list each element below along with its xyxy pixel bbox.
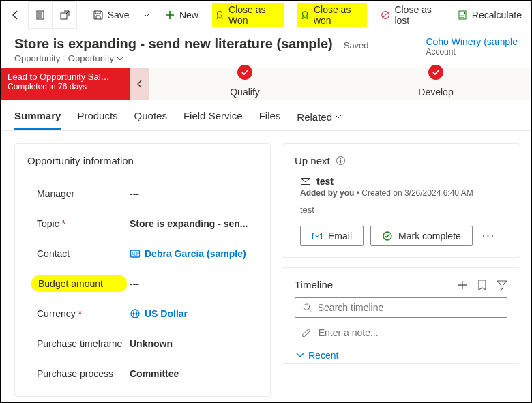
field-label: Manager bbox=[27, 188, 130, 199]
svg-point-11 bbox=[462, 16, 462, 17]
timeline-note-input[interactable] bbox=[295, 322, 507, 344]
ribbon-icon bbox=[215, 10, 224, 20]
field-topic[interactable]: Topic* Store is expanding - sen... bbox=[27, 209, 258, 239]
svg-point-14 bbox=[132, 252, 134, 254]
checkmark-circle-icon bbox=[382, 230, 393, 241]
bookmark-icon[interactable] bbox=[477, 280, 487, 290]
recent-label: Recent bbox=[308, 350, 338, 361]
business-process-flow: Lead to Opportunity Sal… Completed in 76… bbox=[1, 68, 531, 100]
timeline-title: Timeline bbox=[295, 279, 333, 290]
timeline-search[interactable] bbox=[295, 297, 507, 318]
stage-qualify[interactable]: Qualify bbox=[149, 68, 340, 100]
account-sub: Account bbox=[426, 47, 518, 57]
field-value[interactable]: US Dollar bbox=[130, 308, 188, 319]
bpf-back-button[interactable] bbox=[130, 68, 149, 100]
tab-files[interactable]: Files bbox=[259, 110, 281, 130]
note-field[interactable] bbox=[319, 327, 501, 338]
tab-related-label: Related bbox=[297, 111, 332, 123]
field-purchase-process[interactable]: Purchase process Committee bbox=[27, 359, 258, 389]
close-won-2-label: Close as won bbox=[314, 4, 364, 26]
back-button[interactable] bbox=[3, 1, 28, 29]
svg-point-18 bbox=[340, 158, 341, 160]
svg-point-9 bbox=[463, 15, 464, 16]
chevron-down-icon bbox=[143, 13, 150, 17]
search-icon bbox=[302, 302, 312, 313]
tab-products[interactable]: Products bbox=[77, 110, 117, 130]
contact-card-icon bbox=[130, 248, 141, 259]
activity-title-row[interactable]: test bbox=[300, 176, 507, 187]
field-value[interactable]: Debra Garcia (sample) bbox=[130, 248, 246, 259]
activity-title: test bbox=[316, 176, 334, 187]
mark-complete-button[interactable]: Mark complete bbox=[370, 226, 473, 246]
field-label: Contact bbox=[27, 248, 130, 259]
bpf-subtitle: Completed in 76 days bbox=[8, 82, 123, 91]
separator bbox=[156, 7, 156, 23]
list-view-button[interactable] bbox=[28, 1, 53, 29]
tab-quotes[interactable]: Quotes bbox=[134, 110, 167, 130]
popout-button[interactable] bbox=[53, 1, 77, 29]
svg-rect-6 bbox=[460, 12, 464, 14]
field-purchase-timeframe[interactable]: Purchase timeframe Unknown bbox=[27, 329, 258, 359]
save-button[interactable]: Save bbox=[86, 1, 136, 29]
field-manager[interactable]: Manager --- bbox=[27, 179, 258, 209]
field-value: Unknown bbox=[130, 338, 173, 349]
field-contact[interactable]: Contact Debra Garcia (sample) bbox=[27, 239, 258, 269]
more-actions-button[interactable]: ··· bbox=[479, 227, 498, 245]
section-title: Opportunity information bbox=[27, 155, 258, 166]
save-label: Save bbox=[108, 10, 130, 20]
field-label: Purchase timeframe bbox=[27, 338, 130, 349]
svg-point-2 bbox=[217, 11, 222, 16]
new-button[interactable]: New bbox=[158, 1, 205, 29]
pencil-icon bbox=[301, 327, 312, 338]
stage-develop-label: Develop bbox=[418, 87, 453, 98]
svg-point-3 bbox=[302, 11, 307, 16]
svg-rect-19 bbox=[301, 179, 310, 185]
timeline-search-input[interactable] bbox=[318, 302, 500, 313]
plus-icon[interactable] bbox=[457, 280, 468, 290]
new-label: New bbox=[179, 10, 198, 20]
record-header: Store is expanding - send new literature… bbox=[1, 29, 531, 68]
field-currency[interactable]: Currency* US Dollar bbox=[27, 299, 258, 329]
recalculate-button[interactable]: Recalculate bbox=[450, 1, 529, 29]
close-as-won-button-1[interactable]: Close as Won bbox=[205, 1, 291, 29]
field-value: --- bbox=[130, 188, 139, 199]
timeline-section: Timeline Recent bbox=[282, 267, 520, 364]
popout-icon bbox=[59, 10, 70, 20]
close-lost-label: Close as lost bbox=[394, 4, 443, 26]
close-won-1-label: Close as Won bbox=[228, 4, 281, 26]
tab-summary[interactable]: Summary bbox=[14, 110, 61, 130]
account-link[interactable]: Coho Winery (sample bbox=[426, 36, 518, 47]
field-label: Currency* bbox=[27, 308, 130, 319]
breadcrumb-entity: Opportunity bbox=[14, 53, 60, 63]
close-as-lost-button[interactable]: Close as lost bbox=[374, 1, 450, 29]
close-as-won-button-2[interactable]: Close as won bbox=[291, 1, 374, 29]
command-bar: Save New Close as Won Close as won Close… bbox=[1, 1, 531, 29]
separator bbox=[138, 7, 138, 23]
svg-point-12 bbox=[463, 16, 464, 17]
tab-field-service[interactable]: Field Service bbox=[183, 110, 243, 130]
filter-icon[interactable] bbox=[497, 280, 507, 290]
stage-develop[interactable]: Develop bbox=[340, 68, 531, 100]
envelope-icon bbox=[300, 176, 311, 187]
email-label: Email bbox=[328, 230, 352, 241]
stage-check-icon bbox=[428, 65, 443, 80]
field-value: Store is expanding - sen... bbox=[130, 218, 248, 229]
opportunity-info-section: Opportunity information Manager --- Topi… bbox=[14, 143, 271, 397]
chevron-down-icon[interactable] bbox=[117, 57, 123, 61]
activity-meta: Added by you • Created on 3/26/2024 6:40… bbox=[300, 188, 507, 198]
timeline-recent-toggle[interactable]: Recent bbox=[295, 344, 507, 361]
field-label: Budget amount bbox=[31, 275, 127, 292]
save-dropdown[interactable] bbox=[139, 1, 154, 29]
document-icon bbox=[35, 10, 46, 20]
bpf-process-name[interactable]: Lead to Opportunity Sal… Completed in 76… bbox=[1, 68, 130, 100]
field-budget-amount[interactable]: Budget amount --- bbox=[27, 269, 258, 299]
up-next-section: Up next test Added by you • Created on 3… bbox=[282, 143, 520, 258]
svg-point-10 bbox=[460, 16, 461, 17]
breadcrumb-form: Opportunity bbox=[68, 53, 114, 63]
bpf-title: Lead to Opportunity Sal… bbox=[8, 72, 123, 82]
email-button[interactable]: Email bbox=[300, 226, 364, 246]
tab-related[interactable]: Related bbox=[297, 110, 342, 130]
info-icon[interactable] bbox=[336, 155, 346, 166]
page-title: Store is expanding - send new literature… bbox=[14, 36, 333, 52]
svg-point-7 bbox=[460, 15, 461, 16]
